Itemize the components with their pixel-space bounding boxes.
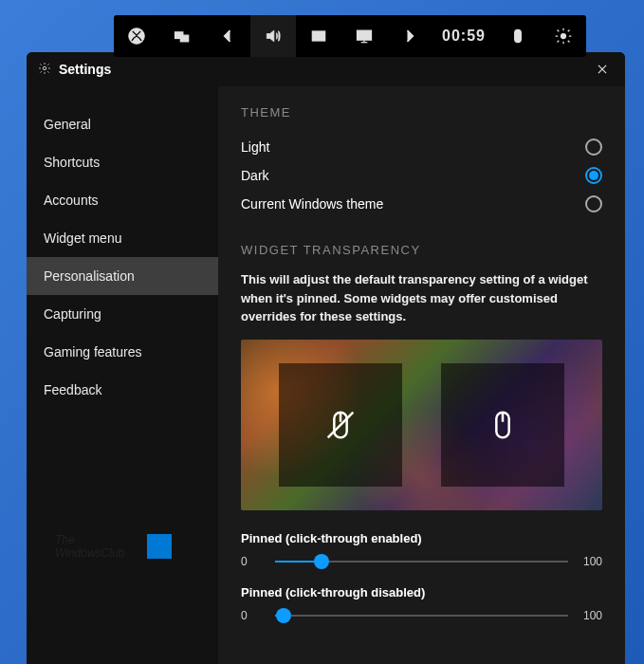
panel-header: Settings <box>27 52 625 86</box>
theme-option-dark[interactable]: Dark <box>241 161 602 190</box>
slider-label: Pinned (click-through disabled) <box>241 585 602 599</box>
settings-icon[interactable] <box>541 15 586 57</box>
panel-title: Settings <box>59 62 111 77</box>
radio-icon <box>585 138 602 156</box>
slider-min: 0 <box>241 555 264 568</box>
sidebar-item-feedback[interactable]: Feedback <box>27 371 218 409</box>
preview-box-clickthrough[interactable] <box>279 363 402 487</box>
sidebar-item-widget-menu[interactable]: Widget menu <box>27 219 218 257</box>
sidebar-item-gaming-features[interactable]: Gaming features <box>27 333 218 371</box>
transparency-preview <box>241 340 602 510</box>
watermark-line1: The <box>55 533 124 546</box>
close-button[interactable] <box>591 58 614 81</box>
svg-rect-5 <box>358 30 372 40</box>
chevron-right-icon[interactable] <box>387 15 432 57</box>
slider-min: 0 <box>241 609 264 622</box>
clock-display: 00:59 <box>432 15 495 57</box>
slider-max: 100 <box>580 609 602 622</box>
slider-label: Pinned (click-through enabled) <box>241 531 602 545</box>
widgets-icon[interactable] <box>159 15 205 57</box>
capture-icon[interactable] <box>296 15 341 57</box>
watermark-line2: WindowsClub <box>55 546 124 560</box>
sidebar-item-general[interactable]: General <box>27 105 218 143</box>
sidebar-item-shortcuts[interactable]: Shortcuts <box>27 143 218 181</box>
audio-icon[interactable] <box>250 15 296 57</box>
transparency-description: This will adjust the default transparenc… <box>241 270 602 326</box>
radio-icon-checked <box>585 167 602 184</box>
settings-sidebar: General Shortcuts Accounts Widget menu P… <box>27 86 218 664</box>
sidebar-item-accounts[interactable]: Accounts <box>27 181 218 219</box>
svg-point-4 <box>317 34 322 39</box>
settings-panel: Settings General Shortcuts Accounts Widg… <box>27 52 625 664</box>
watermark: The WindowsClub <box>55 533 172 560</box>
theme-option-light[interactable]: Light <box>241 133 602 161</box>
radio-icon <box>585 195 602 212</box>
slider-clickthrough-enabled: Pinned (click-through enabled) 0 100 <box>241 531 602 568</box>
slider-clickthrough-disabled: Pinned (click-through disabled) 0 100 <box>241 585 602 622</box>
slider-max: 100 <box>580 555 602 568</box>
performance-icon[interactable] <box>341 15 387 57</box>
transparency-section-title: WIDGET TRANSPARENCY <box>241 243 602 257</box>
sidebar-item-capturing[interactable]: Capturing <box>27 295 218 333</box>
mouse-icon[interactable] <box>495 15 541 57</box>
slider-track[interactable] <box>275 561 568 563</box>
preview-box-noclickthrough[interactable] <box>441 363 564 487</box>
settings-content: THEME Light Dark Current Windows theme W… <box>218 86 625 664</box>
sidebar-item-personalisation[interactable]: Personalisation <box>27 257 218 295</box>
mouse-off-icon <box>322 406 359 444</box>
svg-rect-2 <box>180 35 188 42</box>
watermark-square-icon <box>147 534 172 559</box>
chevron-left-icon[interactable] <box>205 15 250 57</box>
theme-option-current-windows[interactable]: Current Windows theme <box>241 190 602 218</box>
slider-track[interactable] <box>275 615 568 617</box>
svg-point-10 <box>561 34 565 39</box>
theme-option-label: Dark <box>241 168 269 183</box>
theme-section-title: THEME <box>241 105 602 120</box>
game-bar-toolbar: 00:59 <box>114 15 586 57</box>
mouse-on-icon <box>484 406 522 444</box>
theme-option-label: Current Windows theme <box>241 196 383 212</box>
svg-point-11 <box>43 66 46 70</box>
theme-option-label: Light <box>241 139 269 155</box>
gear-icon <box>38 62 51 78</box>
xbox-icon[interactable] <box>114 15 159 57</box>
